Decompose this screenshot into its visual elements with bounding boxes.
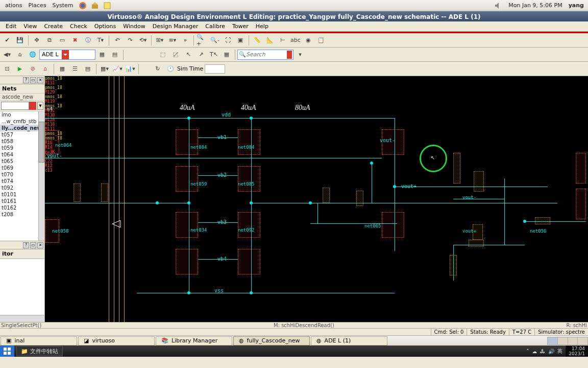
device-nmos[interactable] [238, 212, 260, 238]
net-list-item[interactable]: t059 [0, 145, 44, 151]
direct-plot-button[interactable]: 📊▾ [124, 63, 136, 75]
device-pmos[interactable] [176, 129, 198, 155]
menu-edit[interactable]: Edit [2, 22, 20, 31]
device-resistor[interactable] [450, 255, 457, 275]
firefox-icon[interactable] [78, 1, 87, 10]
window-task-button[interactable]: 📚Library Manager [156, 336, 232, 346]
results-button[interactable]: ▦ [56, 63, 68, 75]
tray-volume-icon[interactable]: 🔊 [548, 349, 554, 354]
menu-view[interactable]: View [20, 22, 40, 31]
side2-undock-button[interactable]: ▭ [30, 242, 36, 248]
navigator-view[interactable] [0, 259, 44, 315]
run-button[interactable]: ▶ [14, 63, 26, 75]
window-task-button[interactable]: ◪virtuoso [78, 336, 155, 346]
zoom-in-button[interactable]: 🔍+ [196, 34, 208, 47]
taskbar-item[interactable]: 📁 文件中转站 [16, 346, 63, 356]
search-input[interactable] [246, 51, 287, 58]
add-wire-button[interactable]: ≡▾ [166, 34, 179, 47]
menu-tower[interactable]: Tower [229, 22, 252, 31]
check-save-button[interactable]: ✔ [1, 34, 13, 47]
window-task-button[interactable]: ◍fully_Cascode_new [233, 336, 310, 346]
select-mode-button[interactable]: ⬚ [157, 49, 169, 61]
net-list-scroll-thumb[interactable] [38, 122, 44, 163]
info-button[interactable]: ⓘ [82, 34, 94, 47]
annotate-button[interactable]: ▤ [82, 63, 94, 75]
text-probe-button[interactable]: T↖ [208, 49, 220, 61]
device-resistor[interactable] [356, 191, 363, 206]
gnome-menu-places[interactable]: Places [26, 1, 50, 10]
menu-create[interactable]: Create [40, 22, 66, 31]
search-go-button[interactable] [287, 51, 292, 59]
nav-back-button[interactable]: ◀▾ [1, 49, 13, 61]
tray-network-icon[interactable]: 🖧 [540, 349, 545, 354]
device-pmos[interactable] [238, 166, 260, 192]
tray-chevron-icon[interactable]: ˄ [526, 349, 529, 354]
move-button[interactable]: ✥ [31, 34, 43, 47]
net-list-item[interactable]: t092 [0, 185, 44, 191]
start-button[interactable] [0, 346, 14, 357]
net-list-item[interactable]: t064 [0, 151, 44, 158]
device[interactable] [576, 189, 586, 219]
device-capacitor[interactable] [323, 188, 330, 203]
net-list-item[interactable]: imo [0, 111, 44, 118]
delete-button[interactable]: ✖ [69, 34, 81, 47]
note-button[interactable]: 📋 [315, 34, 327, 47]
net-list-item[interactable]: t208 [0, 211, 44, 218]
add-instance-button[interactable]: ⊞▾ [154, 34, 166, 47]
device-capacitor[interactable] [474, 171, 484, 192]
zoom-fit-button[interactable]: ⛶ [222, 34, 234, 47]
device[interactable] [576, 153, 586, 183]
layout-load-button[interactable]: ▤ [109, 49, 121, 61]
stretch-button[interactable]: ▭ [56, 34, 68, 47]
pin-button[interactable]: ◉ [302, 34, 314, 47]
gnome-menu-applications[interactable]: ations [2, 1, 26, 10]
schematic-canvas[interactable]: uA 40uA 40uA 80uA vdd vss pmos_18 M131 p… [45, 76, 588, 322]
select-all-button[interactable]: ▦ [220, 49, 233, 61]
more-button[interactable]: » [179, 34, 191, 47]
probe-button[interactable]: 📏 [251, 34, 263, 47]
snap-button[interactable]: ⊢ [277, 34, 289, 47]
label-button[interactable]: abc [289, 34, 302, 47]
ruler-button[interactable]: 📐 [264, 34, 276, 47]
device-nmos[interactable] [176, 249, 198, 274]
device-capacitor[interactable] [101, 183, 108, 202]
device-resistor[interactable] [74, 183, 81, 202]
notes-icon[interactable] [103, 1, 112, 10]
stop-button[interactable]: ⊘ [27, 63, 39, 75]
side-hscroll[interactable] [0, 315, 44, 322]
net-list-item[interactable]: t058 [0, 138, 44, 145]
nav-home-button[interactable]: ⌂ [14, 49, 26, 61]
zoom-out-button[interactable]: 🔍- [209, 34, 221, 47]
side-help-button[interactable]: ? [23, 77, 29, 83]
gnome-user[interactable]: yang [567, 2, 586, 9]
nav-world-button[interactable]: 🌐 [27, 49, 39, 61]
cross-probe-button[interactable]: ↗ [195, 49, 207, 61]
menu-options[interactable]: Options [91, 22, 119, 31]
net-list-item[interactable]: t074 [0, 178, 44, 185]
side2-help-button[interactable]: ? [23, 242, 29, 248]
sim-setup-button[interactable]: ⊡ [1, 63, 13, 75]
refresh-button[interactable]: ↻ [152, 63, 164, 75]
volume-icon[interactable] [494, 1, 503, 10]
net-list-item[interactable]: t057 [0, 131, 44, 138]
outputs-button[interactable]: ☰ [69, 63, 81, 75]
window-task-button[interactable]: ▣inal [1, 336, 77, 346]
side2-close-button[interactable]: ✕ [37, 242, 43, 248]
net-list-item[interactable]: t069 [0, 165, 44, 171]
device-pmos[interactable] [45, 130, 59, 154]
gnome-menu-system[interactable]: System [50, 1, 77, 10]
menu-help[interactable]: Help [252, 22, 272, 31]
device-resistor[interactable] [453, 153, 460, 183]
device-pmos[interactable] [238, 129, 260, 155]
pointer-button[interactable]: ↖ [182, 49, 194, 61]
device-source[interactable] [535, 217, 550, 224]
net-list-item[interactable]: t0101 [0, 191, 44, 198]
side-filter-combo[interactable]: ▾ [0, 101, 44, 111]
search-options-button[interactable]: ▾ [294, 49, 306, 61]
plot-button[interactable]: ⩍ [39, 63, 52, 75]
net-list-item[interactable]: t065 [0, 158, 44, 165]
net-list-item[interactable]: t0161 [0, 198, 44, 204]
net-list-item[interactable]: lly...code_new) [0, 125, 44, 131]
undo-button[interactable]: ↶ [111, 34, 124, 47]
side-close-button[interactable]: ✕ [37, 77, 43, 83]
